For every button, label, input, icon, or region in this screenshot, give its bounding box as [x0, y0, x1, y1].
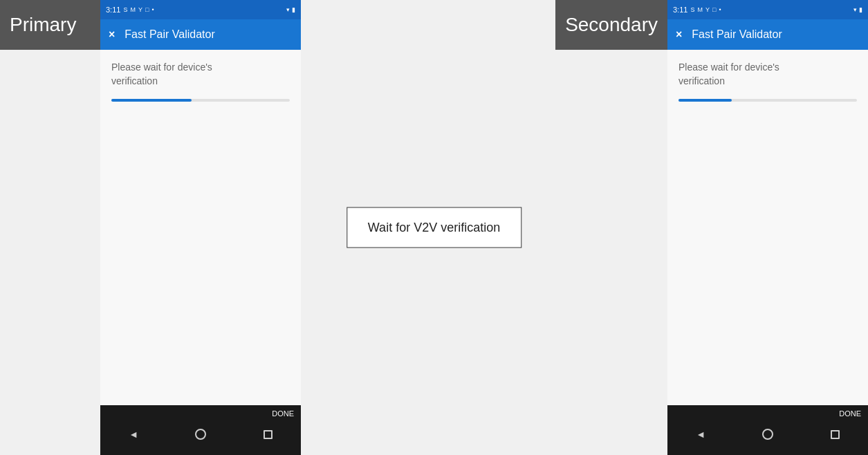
- secondary-status-m: M: [697, 6, 703, 13]
- primary-back-btn[interactable]: ◄: [129, 429, 138, 440]
- primary-status-y: Y: [138, 6, 142, 13]
- secondary-nav-bar: DONE ◄: [667, 405, 868, 455]
- secondary-time: 3:11: [673, 6, 687, 14]
- primary-content: Please wait for device's verification: [100, 50, 301, 405]
- primary-done-label: DONE: [100, 405, 301, 418]
- primary-nav-bar: DONE ◄: [100, 405, 301, 455]
- primary-status-left: 3:11 S M Y □ •: [106, 6, 154, 14]
- secondary-status-right: ▾ ▮: [853, 6, 862, 13]
- primary-status-s: S: [123, 6, 127, 13]
- secondary-status-bar: 3:11 S M Y □ • ▾ ▮: [667, 0, 868, 19]
- primary-recent-icon: [264, 430, 273, 439]
- primary-close-icon[interactable]: ×: [109, 28, 115, 41]
- primary-status-m: M: [130, 6, 136, 13]
- secondary-home-btn[interactable]: [762, 429, 773, 440]
- primary-label: Primary: [0, 0, 100, 50]
- secondary-recent-icon: [831, 430, 840, 439]
- primary-app-title: Fast Pair Validator: [124, 28, 214, 41]
- primary-status-bullet: •: [151, 6, 154, 13]
- secondary-status-dot: □: [712, 6, 716, 13]
- primary-home-icon: [195, 429, 206, 440]
- secondary-status-y: Y: [705, 6, 710, 13]
- primary-app-bar: × Fast Pair Validator: [100, 19, 301, 50]
- primary-wifi-icon: ▾: [286, 6, 290, 13]
- primary-back-icon: ◄: [129, 429, 138, 440]
- secondary-back-icon: ◄: [696, 429, 705, 440]
- secondary-content: Please wait for device's verification: [667, 50, 868, 405]
- secondary-app-bar: × Fast Pair Validator: [667, 19, 868, 50]
- primary-time: 3:11: [106, 6, 120, 14]
- screens-container: Primary 3:11 S M Y □ • ▾ ▮ ×: [0, 0, 868, 455]
- primary-home-btn[interactable]: [195, 429, 206, 440]
- secondary-label: Secondary: [555, 0, 667, 50]
- secondary-wifi-icon: ▾: [853, 6, 857, 13]
- secondary-close-icon[interactable]: ×: [676, 28, 682, 41]
- primary-wait-text: Please wait for device's verification: [111, 61, 290, 88]
- secondary-home-icon: [762, 429, 773, 440]
- primary-progress-fill: [111, 99, 192, 102]
- secondary-app-title: Fast Pair Validator: [692, 28, 782, 41]
- v2v-overlay: Wait for V2V verification: [347, 207, 521, 248]
- secondary-status-s: S: [690, 6, 694, 13]
- secondary-back-btn[interactable]: ◄: [696, 429, 705, 440]
- primary-status-right: ▾ ▮: [286, 6, 295, 13]
- primary-status-bar: 3:11 S M Y □ • ▾ ▮: [100, 0, 301, 19]
- primary-phone: 3:11 S M Y □ • ▾ ▮ × Fast Pair Validator: [100, 0, 301, 455]
- secondary-phone: 3:11 S M Y □ • ▾ ▮ × Fast Pair Validator: [667, 0, 868, 455]
- primary-status-dot: □: [145, 6, 149, 13]
- primary-progress-container: [111, 99, 290, 102]
- secondary-progress-container: [678, 99, 857, 102]
- secondary-recent-btn[interactable]: [831, 430, 840, 439]
- secondary-wait-text: Please wait for device's verification: [678, 61, 857, 88]
- v2v-verification-box: Wait for V2V verification: [347, 207, 521, 248]
- v2v-text: Wait for V2V verification: [368, 221, 500, 234]
- secondary-done-label: DONE: [667, 405, 868, 418]
- primary-nav-buttons: ◄: [100, 418, 301, 455]
- primary-battery-icon: ▮: [292, 6, 295, 13]
- primary-recent-btn[interactable]: [264, 430, 273, 439]
- secondary-battery-icon: ▮: [859, 6, 862, 13]
- secondary-status-left: 3:11 S M Y □ •: [673, 6, 721, 14]
- secondary-status-bullet: •: [719, 6, 721, 13]
- secondary-nav-buttons: ◄: [667, 418, 868, 455]
- secondary-progress-fill: [678, 99, 732, 102]
